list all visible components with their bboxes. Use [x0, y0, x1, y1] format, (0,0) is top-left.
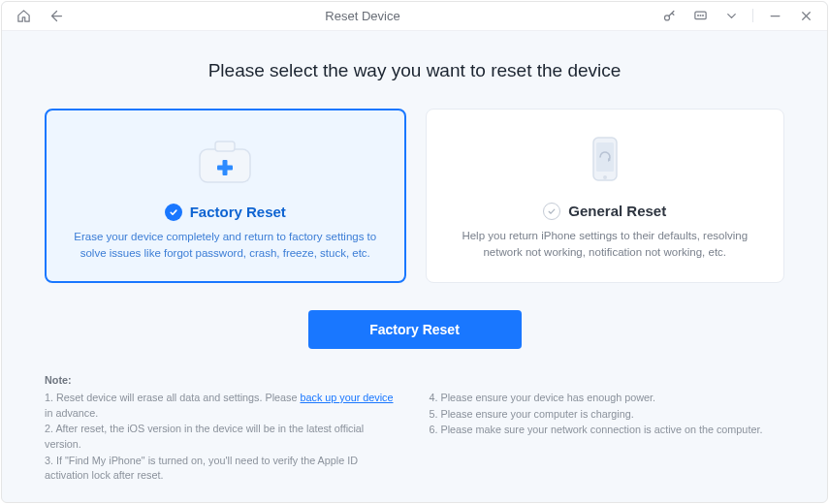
card-description: Erase your device completely and return …	[74, 229, 377, 263]
notes-title: Note:	[45, 374, 784, 386]
close-icon[interactable]	[794, 4, 817, 27]
note-5: 5. Please ensure your computer is chargi…	[430, 407, 785, 423]
svg-rect-13	[596, 142, 614, 172]
card-general-reset[interactable]: General Reset Help you return iPhone set…	[426, 109, 785, 284]
svg-point-14	[603, 175, 607, 179]
backup-link[interactable]: back up your device	[300, 392, 393, 403]
minimize-icon[interactable]	[763, 4, 786, 27]
note-1: 1. Reset device will erase all data and …	[45, 391, 400, 421]
phone-refresh-icon	[570, 131, 640, 189]
feedback-icon[interactable]	[688, 4, 712, 27]
card-description: Help you return iPhone settings to their…	[454, 228, 757, 262]
notes-right-column: 4. Please ensure your device has enough …	[430, 391, 785, 485]
svg-rect-9	[215, 142, 235, 151]
note-2: 2. After reset, the iOS version in the d…	[45, 422, 400, 452]
key-icon[interactable]	[657, 4, 681, 27]
back-icon[interactable]	[45, 4, 68, 27]
svg-point-4	[702, 15, 703, 16]
titlebar: Reset Device	[2, 2, 827, 31]
factory-reset-button[interactable]: Factory Reset	[308, 310, 522, 349]
note-3: 3. If "Find My iPhone" is turned on, you…	[45, 454, 400, 484]
card-title-row: Factory Reset	[165, 204, 286, 221]
chevron-down-icon[interactable]	[719, 4, 743, 27]
app-window: Reset Device Please select the way you w…	[1, 1, 828, 503]
card-title: Factory Reset	[190, 204, 286, 220]
svg-rect-11	[217, 165, 233, 170]
svg-point-3	[700, 15, 701, 16]
card-title-row: General Reset	[543, 203, 666, 220]
briefcase-medical-icon	[190, 132, 260, 190]
notes-section: Note: 1. Reset device will erase all dat…	[45, 374, 784, 485]
svg-point-2	[697, 15, 698, 16]
home-icon[interactable]	[12, 4, 35, 27]
page-heading: Please select the way you want to reset …	[45, 60, 784, 81]
titlebar-separator	[752, 9, 753, 22]
card-title: General Reset	[568, 203, 666, 219]
reset-options: Factory Reset Erase your device complete…	[45, 109, 784, 284]
note-4: 4. Please ensure your device has enough …	[430, 391, 785, 406]
notes-left-column: 1. Reset device will erase all data and …	[45, 391, 400, 485]
card-factory-reset[interactable]: Factory Reset Erase your device complete…	[45, 109, 406, 284]
check-circle-outline-icon	[543, 203, 560, 220]
note-6: 6. Please make sure your network connect…	[430, 423, 785, 438]
window-title: Reset Device	[68, 9, 657, 23]
check-circle-icon	[165, 204, 182, 221]
content-area: Please select the way you want to reset …	[2, 31, 827, 502]
